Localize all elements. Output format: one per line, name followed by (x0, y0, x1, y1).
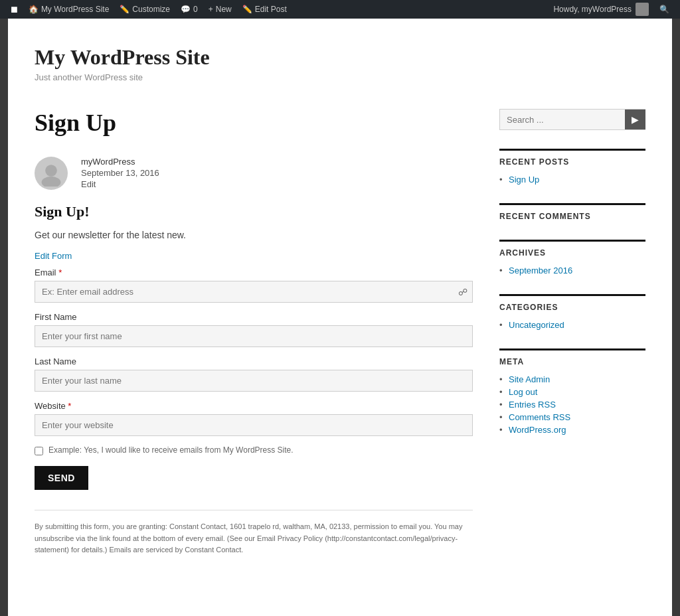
edit-post-icon: ✏️ (242, 5, 252, 14)
website-input[interactable] (35, 414, 473, 436)
categories-widget: CATEGORIES Uncategorized (499, 294, 645, 330)
search-form: ▶ (499, 109, 645, 130)
archives-widget: ARCHIVES September 2016 (499, 240, 645, 275)
entries-rss-link[interactable]: Entries RSS (509, 400, 556, 410)
archives-title: ARCHIVES (499, 240, 645, 258)
website-required-star: * (68, 401, 71, 411)
recent-post-link[interactable]: Sign Up (509, 175, 539, 185)
author-name[interactable]: myWordPress (81, 157, 159, 167)
post-meta-text: myWordPress September 13, 2016 Edit (81, 157, 159, 189)
email-label: Email * (35, 268, 473, 277)
customize-icon: ✏️ (120, 5, 129, 14)
user-avatar-icon (636, 3, 649, 16)
meta-widget: META Site Admin Log out Entries RSS Comm… (499, 348, 645, 435)
website-field-group: Website * (35, 401, 473, 436)
search-input[interactable] (500, 110, 625, 129)
first-name-label: First Name (35, 312, 473, 322)
categories-list: Uncategorized (499, 320, 645, 330)
search-icon: ▶ (632, 114, 639, 125)
categories-title: CATEGORIES (499, 294, 645, 312)
search-button[interactable]: ▶ (625, 110, 645, 129)
author-avatar (35, 157, 68, 190)
email-icon: ☍ (458, 287, 468, 297)
wordpress-org-link[interactable]: WordPress.org (509, 425, 566, 435)
email-input-wrapper: ☍ (35, 281, 473, 303)
site-name-icon: 🏠 (29, 5, 39, 14)
recent-comments-widget: RECENT COMMENTS (499, 203, 645, 221)
post-meta-section: myWordPress September 13, 2016 Edit (35, 157, 473, 190)
site-header: My WordPress Site Just another WordPress… (8, 19, 672, 96)
sidebar: ▶ RECENT POSTS Sign Up RECENT COMMENTS A… (499, 109, 645, 556)
post-content: Sign Up! Get our newsletter for the late… (35, 203, 473, 556)
site-admin-link[interactable]: Site Admin (509, 374, 550, 384)
edit-post-button[interactable]: ✏️ Edit Post (237, 0, 292, 19)
consent-checkbox[interactable] (35, 447, 43, 455)
svg-point-1 (42, 177, 61, 187)
wp-logo-icon: ■ (11, 3, 18, 17)
last-name-label: Last Name (35, 356, 473, 366)
recent-comments-title: RECENT COMMENTS (499, 203, 645, 221)
list-item: WordPress.org (499, 425, 645, 435)
edit-form-link[interactable]: Edit Form (35, 251, 473, 261)
new-button[interactable]: + New (203, 0, 237, 19)
comments-button[interactable]: 💬 0 (175, 0, 203, 19)
site-title[interactable]: My WordPress Site (35, 45, 645, 70)
recent-posts-title: RECENT POSTS (499, 149, 645, 167)
first-name-input[interactable] (35, 325, 473, 347)
edit-post-link[interactable]: Edit (81, 179, 159, 189)
site-name-button[interactable]: 🏠 My WordPress Site (23, 0, 114, 19)
list-item: September 2016 (499, 266, 645, 275)
email-input[interactable] (35, 281, 473, 303)
avatar-icon (38, 160, 64, 187)
form-intro: Get our newsletter for the latest new. (35, 230, 473, 240)
main-layout: Sign Up myWordPress September 13, 2016 E… (8, 96, 672, 583)
list-item: Comments RSS (499, 412, 645, 422)
customize-button[interactable]: ✏️ Customize (114, 0, 175, 19)
form-heading: Sign Up! (35, 203, 473, 220)
email-required-star: * (58, 268, 62, 277)
last-name-input[interactable] (35, 370, 473, 392)
send-button[interactable]: SEND (35, 466, 88, 490)
form-disclaimer: By submitting this form, you are grantin… (35, 510, 473, 556)
logout-link[interactable]: Log out (509, 387, 537, 397)
website-label: Website * (35, 401, 473, 411)
archive-link[interactable]: September 2016 (509, 266, 572, 275)
new-icon: + (209, 5, 213, 14)
comments-rss-link[interactable]: Comments RSS (509, 412, 570, 422)
list-item: Entries RSS (499, 400, 645, 410)
page-wrapper: My WordPress Site Just another WordPress… (8, 19, 672, 616)
page-title: Sign Up (35, 109, 473, 137)
svg-point-0 (45, 165, 57, 177)
list-item: Sign Up (499, 175, 645, 185)
admin-search-button[interactable]: 🔍 (654, 0, 675, 19)
meta-title: META (499, 348, 645, 366)
list-item: Uncategorized (499, 320, 645, 330)
archives-list: September 2016 (499, 266, 645, 275)
consent-checkbox-row: Example: Yes, I would like to receive em… (35, 445, 473, 455)
recent-posts-widget: RECENT POSTS Sign Up (499, 149, 645, 185)
recent-posts-list: Sign Up (499, 175, 645, 185)
last-name-field-group: Last Name (35, 356, 473, 392)
list-item: Log out (499, 387, 645, 397)
post-date: September 13, 2016 (81, 168, 159, 178)
list-item: Site Admin (499, 374, 645, 384)
consent-label: Example: Yes, I would like to receive em… (48, 445, 294, 455)
primary-content: Sign Up myWordPress September 13, 2016 E… (35, 109, 473, 556)
category-link[interactable]: Uncategorized (509, 320, 564, 330)
search-widget: ▶ (499, 109, 645, 130)
comments-icon: 💬 (181, 5, 191, 14)
meta-list: Site Admin Log out Entries RSS Comments … (499, 374, 645, 435)
admin-search-icon: 🔍 (659, 5, 669, 14)
howdy-button[interactable]: Howdy, myWordPress (548, 0, 654, 19)
site-tagline: Just another WordPress site (35, 72, 645, 82)
first-name-field-group: First Name (35, 312, 473, 347)
admin-bar: ■ 🏠 My WordPress Site ✏️ Customize 💬 0 +… (0, 0, 680, 19)
email-field-group: Email * ☍ (35, 268, 473, 303)
wp-logo-button[interactable]: ■ (5, 0, 23, 19)
